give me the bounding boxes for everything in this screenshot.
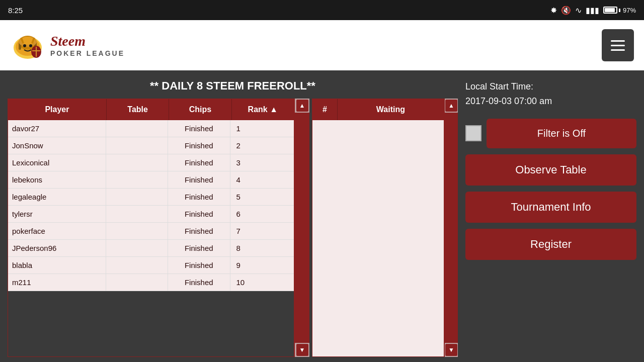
col-player: Player — [8, 99, 107, 120]
table-row[interactable]: legaleagle Finished 5 — [8, 189, 294, 206]
menu-button[interactable] — [602, 29, 634, 61]
app-header: Steem POKER LEAGUE — [0, 20, 644, 70]
right-panel: Local Start Time: 2017-09-03 07:00 am Fi… — [465, 75, 636, 357]
table-row[interactable]: m211 Finished 10 — [8, 274, 294, 291]
td-player: m211 — [8, 274, 106, 291]
td-table — [106, 257, 169, 274]
left-panel: ** DAILY 8 STEEM FREEROLL** Player Table… — [8, 75, 458, 357]
scroll-down-arrow[interactable]: ▼ — [296, 344, 308, 356]
td-player: tylersr — [8, 206, 106, 222]
logo-poker: POKER LEAGUE — [50, 49, 125, 57]
td-table — [106, 206, 169, 222]
td-table — [106, 154, 169, 171]
td-rank: 1 — [230, 120, 294, 137]
td-chips: Finished — [168, 120, 230, 137]
players-table-body: davor27 Finished 1 JonSnow Finished 2 Le… — [8, 120, 294, 356]
battery-indicator: 97% — [603, 7, 636, 14]
filter-button[interactable]: Filter is Off — [487, 119, 636, 148]
local-start-label: Local Start Time: — [465, 79, 636, 94]
waiting-table-header: # Waiting — [312, 99, 444, 120]
wifi-icon: ∿ — [575, 6, 582, 15]
td-rank: 7 — [230, 223, 294, 239]
waiting-scroll-up[interactable]: ▲ — [445, 100, 457, 112]
td-chips: Finished — [168, 171, 230, 188]
status-icons: ✸ 🔇 ∿ ▮▮▮ 97% — [550, 6, 636, 15]
local-start-time: 2017-09-03 07:00 am — [465, 94, 636, 109]
svg-point-7 — [23, 44, 26, 47]
td-table — [106, 120, 169, 137]
tournament-info-button[interactable]: Tournament Info — [465, 192, 636, 223]
local-time-section: Local Start Time: 2017-09-03 07:00 am — [465, 75, 636, 113]
td-chips: Finished — [168, 223, 230, 239]
td-table — [106, 189, 169, 205]
waiting-scroll-thumb[interactable] — [445, 113, 458, 343]
td-player: lebekons — [8, 171, 106, 188]
td-chips: Finished — [168, 189, 230, 205]
td-rank: 5 — [230, 189, 294, 205]
td-player: JPederson96 — [8, 240, 106, 256]
td-rank: 10 — [230, 274, 294, 291]
mute-icon: 🔇 — [561, 6, 571, 15]
tables-container: Player Table Chips Rank ▲ davor27 Finish… — [8, 99, 458, 357]
td-player: pokerface — [8, 223, 106, 239]
td-player: legaleagle — [8, 189, 106, 205]
players-table: Player Table Chips Rank ▲ davor27 Finish… — [8, 99, 294, 357]
waiting-table: # Waiting — [312, 99, 444, 357]
battery-percent: 97% — [623, 7, 636, 14]
status-time: 8:25 — [8, 6, 23, 15]
table-row[interactable]: JonSnow Finished 2 — [8, 137, 294, 154]
filter-row: Filter is Off — [465, 119, 636, 148]
waiting-scroll-down[interactable]: ▼ — [445, 344, 457, 356]
table-row[interactable]: Lexiconical Finished 3 — [8, 154, 294, 171]
td-chips: Finished — [168, 137, 230, 154]
status-bar: 8:25 ✸ 🔇 ∿ ▮▮▮ 97% — [0, 0, 644, 20]
logo-steem: Steem — [50, 33, 125, 49]
col-hash: # — [312, 99, 338, 120]
td-table — [106, 274, 169, 291]
main-content: ** DAILY 8 STEEM FREEROLL** Player Table… — [0, 70, 644, 362]
table-row[interactable]: pokerface Finished 7 — [8, 223, 294, 240]
menu-line-1 — [611, 40, 625, 42]
menu-line-3 — [611, 49, 625, 51]
scroll-thumb[interactable] — [295, 113, 309, 343]
tournament-title: ** DAILY 8 STEEM FREEROLL** — [8, 75, 458, 99]
table-row[interactable]: blabla Finished 9 — [8, 257, 294, 274]
table-row[interactable]: davor27 Finished 1 — [8, 120, 294, 137]
td-rank: 2 — [230, 137, 294, 154]
menu-line-2 — [611, 45, 625, 46]
td-chips: Finished — [168, 154, 230, 171]
register-button[interactable]: Register — [465, 229, 636, 260]
td-rank: 9 — [230, 257, 294, 274]
players-scrollbar[interactable]: ▲ ▼ — [294, 99, 309, 357]
table-row[interactable]: tylersr Finished 6 — [8, 206, 294, 223]
waiting-scrollbar[interactable]: ▲ ▼ — [444, 99, 458, 357]
waiting-table-body — [312, 120, 444, 356]
td-player: blabla — [8, 257, 106, 274]
td-chips: Finished — [168, 240, 230, 256]
td-rank: 3 — [230, 154, 294, 171]
observe-table-button[interactable]: Observe Table — [465, 154, 636, 186]
td-player: davor27 — [8, 120, 106, 137]
filter-checkbox[interactable] — [465, 125, 481, 141]
bluetooth-icon: ✸ — [550, 6, 557, 15]
table-row[interactable]: lebekons Finished 4 — [8, 171, 294, 189]
players-table-header: Player Table Chips Rank ▲ — [8, 99, 294, 120]
td-table — [106, 223, 169, 239]
td-table — [106, 171, 169, 188]
col-table: Table — [107, 99, 169, 120]
scroll-up-arrow[interactable]: ▲ — [296, 100, 308, 112]
td-chips: Finished — [168, 206, 230, 222]
td-player: Lexiconical — [8, 154, 106, 171]
svg-point-8 — [29, 44, 32, 47]
logo-icon — [10, 28, 45, 63]
logo-text: Steem POKER LEAGUE — [50, 33, 125, 57]
td-rank: 8 — [230, 240, 294, 256]
player-rows: davor27 Finished 1 JonSnow Finished 2 Le… — [8, 120, 294, 291]
td-player: JonSnow — [8, 137, 106, 154]
td-rank: 6 — [230, 206, 294, 222]
signal-icon: ▮▮▮ — [586, 6, 599, 15]
td-rank: 4 — [230, 171, 294, 188]
col-rank: Rank ▲ — [232, 99, 294, 120]
table-row[interactable]: JPederson96 Finished 8 — [8, 240, 294, 257]
col-chips: Chips — [169, 99, 231, 120]
